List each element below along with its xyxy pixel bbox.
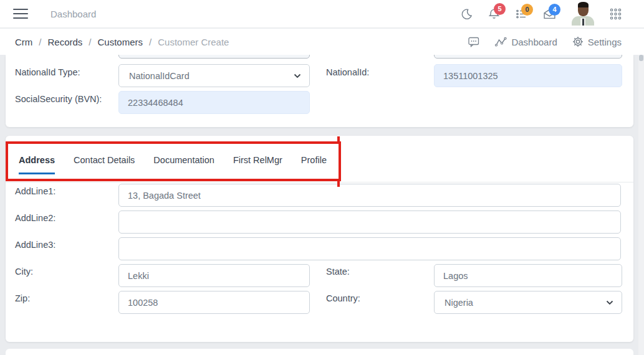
hamburger-menu-icon[interactable]: [13, 6, 28, 22]
nationalid-type-label: NationalId Type:: [15, 67, 80, 77]
dark-mode-toggle[interactable]: [461, 8, 473, 20]
city-input[interactable]: [118, 264, 310, 287]
bvn-label: SocialSecurity (BVN):: [15, 94, 102, 104]
notifications-badge: 5: [494, 3, 506, 15]
addline1-input[interactable]: [118, 184, 621, 207]
addline2-label: AddLine2:: [15, 213, 55, 223]
cutoff-input-left[interactable]: [118, 55, 310, 59]
breadcrumb-customers[interactable]: Customers: [98, 37, 143, 47]
tasks-button[interactable]: 0: [516, 9, 527, 19]
bvn-input[interactable]: [118, 91, 310, 114]
nationalid-type-value: NationalIdCard: [129, 71, 190, 81]
tab-profile[interactable]: Profile: [301, 155, 327, 173]
nationalid-label: NationalId:: [326, 67, 369, 77]
tab-documentation[interactable]: Documentation: [153, 155, 214, 173]
tasks-badge: 0: [521, 4, 533, 16]
breadcrumb-records[interactable]: Records: [48, 37, 83, 47]
nationalid-input[interactable]: [434, 64, 622, 87]
settings-link-label: Settings: [588, 37, 622, 47]
gear-icon: [572, 36, 584, 47]
breadcrumb-crm[interactable]: Crm: [15, 37, 32, 47]
scrollbar-thumb[interactable]: [639, 55, 643, 61]
annotation-tick: [337, 136, 340, 141]
addline3-input[interactable]: [118, 237, 621, 260]
identity-section-card: NationalId Type: NationalIdCard National…: [6, 55, 633, 127]
navbar-actions: 5 0 4: [461, 2, 644, 26]
tab-contact-details[interactable]: Contact Details: [74, 155, 135, 173]
chat-icon[interactable]: [468, 37, 480, 47]
state-label: State:: [326, 267, 350, 277]
breadcrumb-current: Customer Create: [158, 37, 229, 47]
nationalid-type-select[interactable]: NationalIdCard: [118, 64, 310, 87]
grid-dots-icon: [610, 8, 622, 20]
city-label: City:: [15, 267, 33, 277]
addline1-label: AddLine1:: [15, 186, 55, 196]
breadcrumb-bar: Crm / Records / Customers / Customer Cre…: [0, 29, 644, 55]
chevron-down-icon: [606, 300, 613, 305]
chevron-down-icon: [294, 73, 301, 78]
country-label: Country:: [326, 293, 360, 303]
annotation-tick: [337, 181, 340, 187]
notifications-button[interactable]: 5: [488, 8, 500, 20]
state-input[interactable]: [434, 264, 622, 287]
messages-badge: 4: [549, 4, 560, 16]
vertical-scrollbar[interactable]: [638, 55, 644, 355]
cutoff-input-right[interactable]: [434, 55, 622, 59]
moon-icon: [461, 8, 473, 20]
tab-address[interactable]: Address: [19, 155, 55, 174]
breadcrumb-separator: /: [149, 37, 151, 47]
settings-link[interactable]: Settings: [572, 36, 622, 47]
addline2-input[interactable]: [118, 211, 621, 234]
zip-input[interactable]: [118, 291, 310, 314]
messages-button[interactable]: 4: [543, 9, 556, 19]
breadcrumb-separator: /: [89, 37, 91, 47]
apps-menu-button[interactable]: [610, 8, 622, 20]
tab-first-relmgr[interactable]: First RelMgr: [233, 155, 282, 173]
user-avatar[interactable]: [572, 2, 594, 26]
country-value: Nigeria: [445, 298, 473, 308]
dashboard-link-label: Dashboard: [511, 37, 557, 47]
dashboard-link[interactable]: Dashboard: [495, 37, 557, 47]
tab-strip: Address Contact Details Documentation Fi…: [6, 136, 633, 182]
activity-chart-icon: [495, 37, 507, 47]
country-select[interactable]: Nigeria: [434, 291, 622, 314]
breadcrumb-actions: Dashboard Settings: [468, 36, 622, 47]
zip-label: Zip:: [15, 293, 30, 303]
addline3-label: AddLine3:: [15, 240, 55, 250]
breadcrumb-separator: /: [39, 37, 41, 47]
next-section-card: [6, 349, 633, 355]
address-section-card: Address Contact Details Documentation Fi…: [6, 136, 633, 342]
top-navbar: Dashboard 5 0 4: [0, 0, 644, 28]
page-title: Dashboard: [50, 9, 96, 19]
